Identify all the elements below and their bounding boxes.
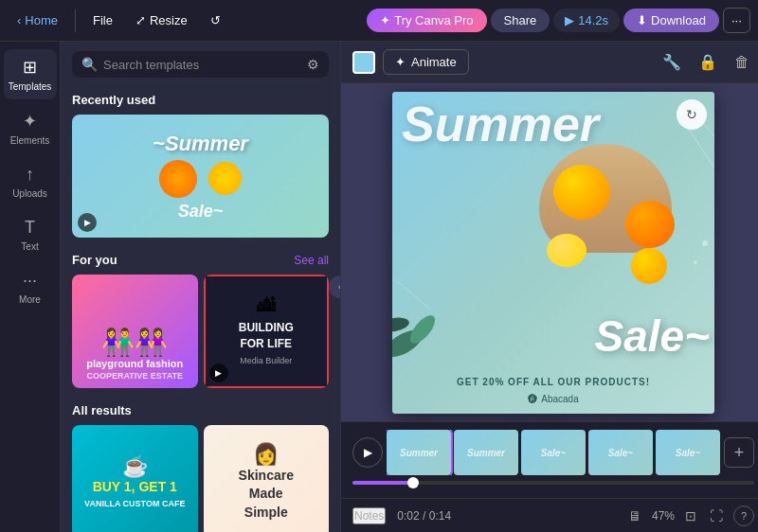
template-card-building[interactable]: 🏙 BUILDINGFOR LIFEMedia Builder ▶ xyxy=(204,275,330,388)
clip-3[interactable]: Sale~ xyxy=(521,430,586,475)
fullscreen-button[interactable]: ⛶ xyxy=(707,505,726,526)
topbar: ‹ Home File ⤢ Resize ↺ ✦ Try Canva Pro S… xyxy=(0,0,758,42)
notes-button[interactable]: Notes xyxy=(352,507,386,524)
pipette-button[interactable]: 🔧 xyxy=(658,48,686,76)
building-play-icon: ▶ xyxy=(209,364,228,382)
clip-1[interactable]: Summer xyxy=(387,430,451,475)
orange-1 xyxy=(553,165,610,220)
more-icon: ··· xyxy=(23,271,37,291)
try-canva-button[interactable]: ✦ Try Canva Pro xyxy=(367,9,486,32)
download-button[interactable]: ⬇ Download xyxy=(623,9,719,32)
resize-icon: ⤢ xyxy=(135,13,146,27)
animate-icon: ✦ xyxy=(395,55,406,69)
plus-icon: + xyxy=(734,443,745,463)
sidebar-item-templates[interactable]: ⊞ Templates xyxy=(4,49,57,99)
lock-button[interactable]: 🔒 xyxy=(694,48,722,76)
play-triangle-icon: ▶ xyxy=(364,446,372,459)
refresh-button[interactable]: ↻ xyxy=(677,99,707,130)
home-icon: ‹ xyxy=(17,13,21,27)
lock-icon: 🔒 xyxy=(698,54,717,70)
design-summer-text: Summer xyxy=(402,99,705,149)
zoom-controls: 🖥 47% ⊡ ⛶ ? xyxy=(625,505,754,526)
template-card-buy-one[interactable]: ☕ BUY 1, GET 1VANILLA CUSTOM CAFE xyxy=(72,425,198,532)
orange-2 xyxy=(625,201,675,248)
template-card-playground[interactable]: 👫👭 playground fashionCOOPERATIVE ESTATE xyxy=(72,275,198,388)
recently-used-section: Recently used ~Summer Sale~ xyxy=(61,85,340,245)
scrubber-handle[interactable] xyxy=(407,477,419,488)
color-swatch[interactable] xyxy=(352,51,375,74)
all-results-header: All results xyxy=(72,403,329,417)
for-you-grid: 👫👭 playground fashionCOOPERATIVE ESTATE … xyxy=(72,275,329,388)
design-brand: 🅐 Abacada xyxy=(392,394,714,404)
canvas-toolbar: ✦ Animate 🔧 🔒 🗑 xyxy=(341,42,758,83)
elements-icon: ✦ xyxy=(23,111,37,132)
monitor-icon-button[interactable]: 🖥 xyxy=(625,505,644,526)
for-you-title: For you xyxy=(72,253,117,267)
fit-screen-button[interactable]: ⊡ xyxy=(682,505,699,526)
play-button[interactable]: ▶ xyxy=(352,437,383,468)
summer-sale-title: ~Summer xyxy=(153,132,248,156)
play-icon: ▶ xyxy=(78,213,97,232)
more-dots-icon: ··· xyxy=(731,13,742,27)
timeline-scrubber[interactable] xyxy=(352,481,754,485)
clips-track: Summer Summer Sale~ Sale~ Sale~ xyxy=(387,430,720,475)
skincare-label: SkincareMadeSimple xyxy=(239,467,294,523)
see-all-for-you[interactable]: See all xyxy=(294,254,329,267)
timeline-clips: ▶ Summer Summer Sale~ Sale~ xyxy=(352,430,754,475)
leaf-svg xyxy=(392,296,460,363)
animate-button[interactable]: ✦ Animate xyxy=(383,49,469,75)
all-results-title: All results xyxy=(72,403,132,417)
template-card-skincare[interactable]: 👩 SkincareMadeSimple xyxy=(204,425,330,532)
playground-label: playground fashionCOOPERATIVE ESTATE xyxy=(86,358,183,381)
refresh-icon: ↻ xyxy=(686,107,697,122)
search-input-wrap: 🔍 ⚙ xyxy=(72,51,329,78)
time-display: 0:02 / 0:14 xyxy=(397,509,451,523)
brand-icon: 🅐 xyxy=(528,394,537,404)
for-you-section: For you See all 👫👭 playground fashionCOO… xyxy=(61,245,340,396)
summer-sale-sub: Sale~ xyxy=(153,202,248,222)
design-sale-text: Sale~ xyxy=(595,310,711,362)
sidebar-item-uploads[interactable]: ↑ Uploads xyxy=(4,157,57,206)
sidebar-item-text[interactable]: T Text xyxy=(4,210,57,259)
sidebar-item-elements[interactable]: ✦ Elements xyxy=(4,103,57,153)
search-icon: 🔍 xyxy=(81,57,98,72)
fruit-illustration xyxy=(530,144,695,328)
templates-panel: 🔍 ⚙ Recently used ~Summer xyxy=(61,42,341,532)
resize-button[interactable]: ⤢ Resize xyxy=(126,9,197,32)
home-button[interactable]: ‹ Home xyxy=(8,9,67,32)
file-button[interactable]: File xyxy=(83,9,122,32)
pipette-icon: 🔧 xyxy=(662,54,681,70)
zoom-level: 47% xyxy=(652,509,675,523)
scrubber-progress xyxy=(352,481,413,485)
clip-5[interactable]: Sale~ xyxy=(656,430,720,475)
leaf-decoration xyxy=(392,296,460,366)
undo-button[interactable]: ↺ xyxy=(201,9,230,32)
timer-button[interactable]: ▶ 14.2s xyxy=(553,9,620,32)
filter-icon[interactable]: ⚙ xyxy=(307,57,319,72)
clip-4[interactable]: Sale~ xyxy=(588,430,653,475)
template-card-summer-sale-recent[interactable]: ~Summer Sale~ ▶ xyxy=(72,115,329,238)
search-input[interactable] xyxy=(103,58,301,72)
sidebar-item-more[interactable]: ··· More xyxy=(4,263,57,312)
help-button[interactable]: ? xyxy=(733,505,754,526)
main-layout: ⊞ Templates ✦ Elements ↑ Uploads T Text … xyxy=(0,42,758,532)
building-label: BUILDINGFOR LIFEMedia Builder xyxy=(239,320,294,367)
design-canvas[interactable]: Summer xyxy=(392,92,714,414)
share-button[interactable]: Share xyxy=(491,9,550,32)
delete-button[interactable]: 🗑 xyxy=(730,49,754,76)
all-results-grid: ☕ BUY 1, GET 1VANILLA CUSTOM CAFE 👩 Skin… xyxy=(72,425,329,532)
svg-point-5 xyxy=(702,240,708,246)
more-options-button[interactable]: ··· xyxy=(723,8,750,33)
add-clip-button[interactable]: + xyxy=(724,437,754,468)
star-icon: ✦ xyxy=(380,13,390,27)
templates-icon: ⊞ xyxy=(23,57,37,78)
design-offer-text: GET 20% OFF ALL OUR PRODUCTS! xyxy=(392,377,714,387)
timeline: ▶ Summer Summer Sale~ Sale~ xyxy=(341,421,758,498)
download-icon: ⬇ xyxy=(637,13,647,27)
undo-icon: ↺ xyxy=(210,13,221,27)
clip-2[interactable]: Summer xyxy=(454,430,518,475)
divider xyxy=(75,9,76,32)
lemon xyxy=(547,234,587,267)
trash-icon: 🗑 xyxy=(734,54,749,70)
recently-used-header: Recently used xyxy=(72,93,329,107)
